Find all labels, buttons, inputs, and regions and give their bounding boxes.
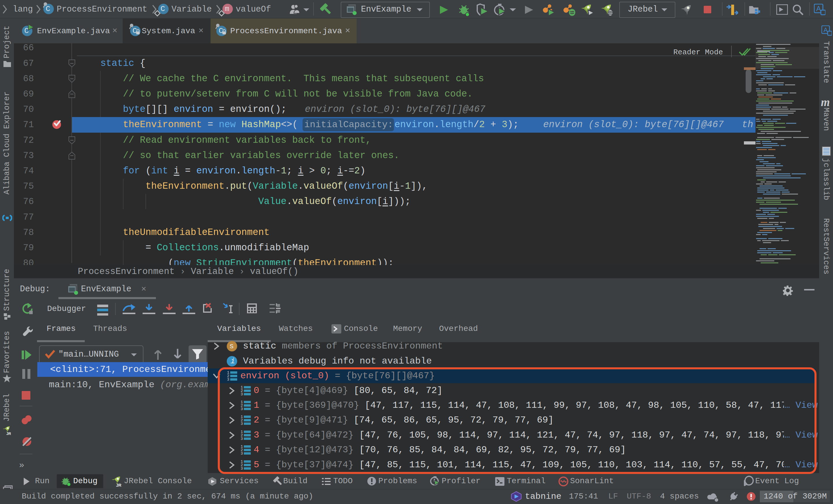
svg-text:JR: JR	[6, 432, 11, 435]
svg-text:A: A	[816, 5, 821, 12]
svg-text:JR: JR	[116, 483, 121, 487]
svg-text:A: A	[824, 26, 828, 33]
